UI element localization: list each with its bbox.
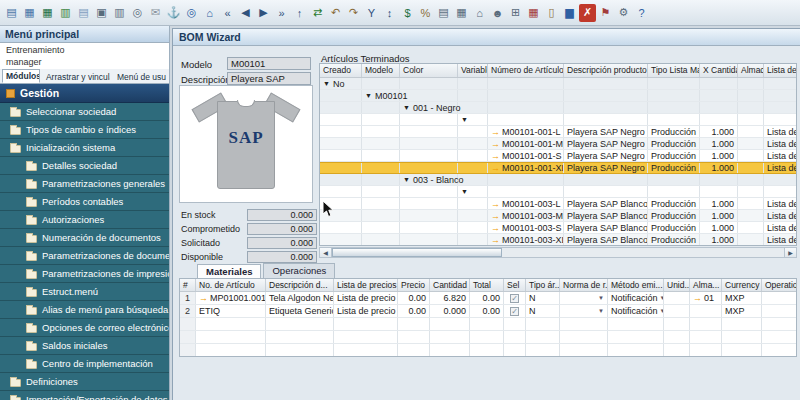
cell-numero-de-articulo[interactable]: →M00101-001-XL [488,163,564,173]
cell-almacen[interactable] [738,198,764,209]
cell-lista-de[interactable] [764,102,797,113]
cell-numero-de-articulo[interactable]: →M00101-001-L [488,126,564,137]
cell-x-cantidad[interactable] [700,174,738,185]
sidebar-item-opciones-de-correo-electronico[interactable]: Opciones de correo electrónico [0,319,169,337]
table-icon[interactable]: ▦ [453,4,470,22]
finished-row-m00101-003-xl[interactable]: →M00101-003-XLPlayera SAP Blanco X Large… [320,234,796,246]
col-header-tipo-arbol[interactable]: Tipo ár... [526,279,560,291]
finished-row-m00101-003-s[interactable]: →M00101-003-SPlayera SAP Blanco SmallPro… [320,222,796,234]
cell-variable[interactable] [458,150,488,161]
material-row-mp01001-001[interactable]: 1→MP01001.001Tela Algodon NegLista de pr… [180,292,796,305]
sidebar-item-estruct-menu[interactable]: Estruct.menú [0,283,169,301]
cell-lista-de[interactable]: Lista de▼ [764,138,797,149]
cell-x-cantidad[interactable]: 1.000 [700,222,738,233]
material-row-etiq[interactable]: 2ETIQEtiqueta GenericaLista de precio▼0.… [180,305,796,318]
cell-modelo[interactable]: ▼M00101 [362,90,400,101]
cell-tipo-lista-mat[interactable]: Producción▼ [648,198,700,209]
col-header-lista-de-precios[interactable]: Lista de precios [334,279,398,291]
link-arrow-icon[interactable]: → [491,151,500,161]
navigate-next-icon[interactable]: ▶ [255,4,272,22]
sidebar-item-centro-de-implementacion[interactable]: Centro de implementación [0,355,169,373]
sidebar-item-numeracion-de-documentos[interactable]: Numeración de documentos [0,229,169,247]
cell-tipo-arbol[interactable]: N [526,292,560,304]
cell-descripcion-producto[interactable] [564,90,648,101]
col-header-currency[interactable]: Currency [722,279,762,291]
sidebar-item-detalles-sociedad[interactable]: Detalles sociedad [0,157,169,175]
cell-descripcion-producto[interactable] [564,102,648,113]
link-arrow-icon[interactable]: → [491,199,500,209]
col-header-total[interactable]: Total [470,279,504,291]
cell-tipo-lista-mat[interactable] [648,174,700,185]
group-row-001-negro[interactable]: ▼001 - Negro [320,102,796,114]
cell-norma[interactable]: ▼ [560,292,608,304]
material-row-empty[interactable] [180,331,796,344]
expand-caret-icon[interactable]: ▼ [323,80,330,87]
sidebar-item-parametrizaciones-de-impresion[interactable]: Parametrizaciones de impresión [0,265,169,283]
cell-creado[interactable] [320,198,362,209]
refresh-icon[interactable]: ⇄ [309,4,326,22]
cell-x-cantidad[interactable]: 1.000 [700,138,738,149]
sort-icon[interactable]: ↕ [381,4,398,22]
cell-color[interactable] [400,210,458,221]
cell-almacen[interactable] [738,163,764,173]
link-arrow-icon[interactable]: → [491,211,500,221]
cell-unidad[interactable] [664,292,690,304]
gear-icon[interactable]: ⚙ [615,4,632,22]
cell-x-cantidad[interactable]: 1.000 [700,198,738,209]
cell-tipo-lista-mat[interactable]: Producción▼ [648,234,700,245]
cell-tipo-lista-mat[interactable]: Producción▼ [648,210,700,221]
navigate-last-icon[interactable]: » [273,4,290,22]
cell-currency[interactable]: MXP [722,305,762,317]
cell-almacen[interactable] [738,210,764,221]
cell-creado[interactable] [320,234,362,245]
cell-operation[interactable] [762,292,797,304]
cell-almacen[interactable] [738,78,764,89]
group-row-m00101[interactable]: ▼M00101 [320,90,796,102]
sidebar-item-definiciones[interactable]: Definiciones [0,373,169,391]
sidebar-item-seleccionar-sociedad[interactable]: Seleccionar sociedad [0,103,169,121]
cell-almacen[interactable] [738,150,764,161]
cell-sel[interactable]: ✓ [504,292,526,304]
expand-caret-icon[interactable]: ▼ [365,92,372,99]
cell-no-de-articulo[interactable]: ETIQ [196,305,266,317]
cell-cantidad[interactable]: 0.000 [430,305,470,317]
tab-operaciones[interactable]: Operaciones [263,263,335,278]
col-header-almacen[interactable]: Alma... [690,279,722,291]
cell-lista-de[interactable] [764,174,797,185]
finished-row-m00101-001-s[interactable]: →M00101-001-SPlayera SAP Negro SmallProd… [320,150,796,162]
cell-almacen[interactable] [738,174,764,185]
cell-x-cantidad[interactable] [700,78,738,89]
cell-creado[interactable] [320,150,362,161]
cell-numero-de-articulo[interactable]: →M00101-001-S [488,150,564,161]
cell-modelo[interactable] [362,222,400,233]
sidebar-item-parametrizaciones-generales[interactable]: Parametrizaciones generales [0,175,169,193]
cell-total[interactable]: 0.00 [470,305,504,317]
cell-modelo[interactable] [362,163,400,173]
link-arrow-icon[interactable]: → [491,139,500,149]
window-title[interactable]: BOM Wizard [173,29,800,46]
cell-color[interactable] [400,138,458,149]
col-header-no-de-articulo[interactable]: No. de Artículo [196,279,266,291]
checkbox-checked-icon[interactable]: ✓ [510,307,519,316]
cell-metodo-emision[interactable]: Notificación▼ [608,292,664,304]
finished-row-m00101-003-l[interactable]: →M00101-003-LPlayera SAP Blanco LargePro… [320,198,796,210]
cell-operation[interactable] [762,305,797,317]
cell-tipo-lista-mat[interactable]: Producción▼ [648,150,700,161]
cell-tipo-lista-mat[interactable] [648,78,700,89]
dropdown-icon[interactable]: ▼ [596,295,604,301]
search-icon[interactable]: ◎ [183,4,200,22]
cell-almacen[interactable]: →01 [690,292,722,304]
descripcion-field[interactable]: Playera SAP [227,72,311,85]
cell-descripcion-producto[interactable]: Playera SAP Blanco X Large [564,234,648,245]
undo-icon[interactable]: ↶ [327,4,344,22]
cell-variable[interactable]: ▼ [458,114,488,125]
clipboard-icon[interactable]: ▯ [543,4,560,22]
cell-modelo[interactable] [362,102,400,113]
cell-color[interactable]: ▼001 - Negro [400,102,458,113]
cell-almacen[interactable] [738,234,764,245]
link-arrow-icon[interactable]: → [491,235,500,245]
excel-export-icon[interactable]: ▦ [39,4,56,22]
cell-almacen[interactable] [738,102,764,113]
cell-x-cantidad[interactable]: 1.000 [700,163,738,173]
cell-tipo-lista-mat[interactable]: Producción▼ [648,163,700,173]
